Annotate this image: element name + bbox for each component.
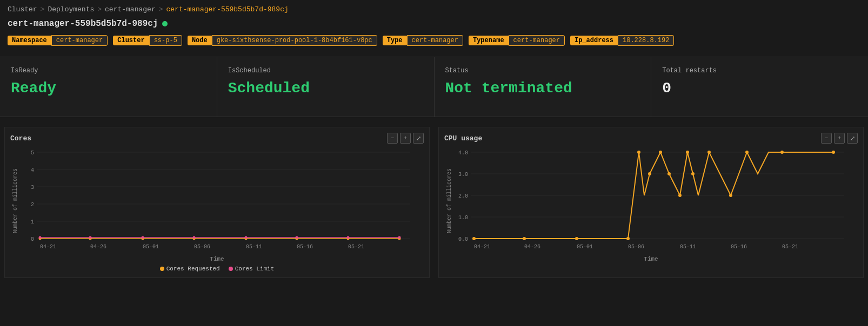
svg-point-66 xyxy=(745,151,749,154)
tag-value-typename[interactable]: cert-manager xyxy=(509,35,565,46)
chart-cpu-zoom-in[interactable]: + xyxy=(834,133,845,144)
svg-point-61 xyxy=(678,194,682,197)
tag-value-ipaddress[interactable]: 10.228.8.192 xyxy=(618,35,674,46)
svg-text:0: 0 xyxy=(31,236,34,242)
legend-label-cores-limit: Cores Limit xyxy=(235,266,275,272)
breadcrumb-cert-manager[interactable]: cert-manager xyxy=(105,5,156,13)
breadcrumb-sep-1: > xyxy=(41,5,45,13)
card-status: Status Not terminated xyxy=(435,57,652,117)
chart-cores-header: Cores − + ⤢ xyxy=(10,133,424,144)
tag-value-namespace[interactable]: cert-manager xyxy=(51,35,108,46)
svg-text:05-16: 05-16 xyxy=(297,244,313,250)
svg-text:05-21: 05-21 xyxy=(782,244,798,250)
chart-cpu-controls: − + ⤢ xyxy=(821,133,858,144)
legend-label-cores-requested: Cores Requested xyxy=(166,266,220,272)
chart-cores-fullscreen[interactable]: ⤢ xyxy=(413,133,424,144)
chart-cpu-zoom-out[interactable]: − xyxy=(821,133,832,144)
tag-type: Type cert-manager xyxy=(383,35,463,46)
card-value-isscheduled: Scheduled xyxy=(228,80,423,97)
svg-text:5: 5 xyxy=(31,150,34,156)
card-label-status: Status xyxy=(445,67,640,74)
tag-typename: Typename cert-manager xyxy=(469,35,565,46)
svg-point-65 xyxy=(729,194,732,197)
svg-point-62 xyxy=(686,151,689,154)
tag-label-ipaddress: Ip_address xyxy=(570,36,618,45)
chart-cores-svg-wrapper: 5 4 3 2 1 0 04-21 04-26 05-01 05-06 05-1… xyxy=(10,147,424,255)
chart-cores-legend: Cores Requested Cores Limit xyxy=(10,266,424,272)
breadcrumb-sep-2: > xyxy=(97,5,102,13)
card-isscheduled: IsScheduled Scheduled xyxy=(217,57,435,117)
svg-text:05-16: 05-16 xyxy=(731,244,747,250)
svg-point-68 xyxy=(832,151,835,154)
breadcrumb-cluster[interactable]: Cluster xyxy=(8,5,37,13)
tag-label-typename: Typename xyxy=(469,36,509,45)
tags-row: Namespace cert-manager Cluster ss-p-5 No… xyxy=(0,33,868,52)
svg-text:0.0: 0.0 xyxy=(458,236,468,242)
chart-cores-zoom-in[interactable]: + xyxy=(400,133,411,144)
svg-text:04-26: 04-26 xyxy=(90,244,106,250)
svg-point-63 xyxy=(691,172,695,175)
svg-text:3: 3 xyxy=(31,185,34,191)
breadcrumb-deployments[interactable]: Deployments xyxy=(48,5,94,13)
svg-point-33 xyxy=(347,236,350,239)
svg-text:05-21: 05-21 xyxy=(348,244,364,250)
tag-ipaddress: Ip_address 10.228.8.192 xyxy=(570,35,674,46)
svg-point-27 xyxy=(39,236,42,239)
card-restarts: Total restarts 0 xyxy=(651,57,868,117)
chart-cpu-fullscreen[interactable]: ⤢ xyxy=(847,133,858,144)
status-cards-row: IsReady Ready IsScheduled Scheduled Stat… xyxy=(0,57,868,117)
card-isready: IsReady Ready xyxy=(0,57,217,117)
breadcrumb: Cluster > Deployments > cert-manager > c… xyxy=(0,0,868,17)
svg-text:04-21: 04-21 xyxy=(40,244,56,250)
svg-point-57 xyxy=(637,151,640,154)
svg-point-58 xyxy=(648,172,651,175)
svg-text:05-01: 05-01 xyxy=(143,244,159,250)
chart-cores-title: Cores xyxy=(10,134,31,142)
svg-point-54 xyxy=(523,237,526,240)
chart-cores-zoom-out[interactable]: − xyxy=(387,133,398,144)
card-label-restarts: Total restarts xyxy=(662,67,857,74)
svg-point-30 xyxy=(193,236,196,239)
svg-text:05-11: 05-11 xyxy=(680,244,696,250)
tag-value-type[interactable]: cert-manager xyxy=(407,35,463,46)
svg-point-56 xyxy=(626,237,630,240)
breadcrumb-sep-3: > xyxy=(159,5,163,13)
svg-text:04-21: 04-21 xyxy=(474,244,490,250)
svg-text:05-11: 05-11 xyxy=(246,244,262,250)
chart-cpu-title: CPU usage xyxy=(444,134,482,142)
tag-cluster: Cluster ss-p-5 xyxy=(113,35,182,46)
chart-cores-svg: 5 4 3 2 1 0 04-21 04-26 05-01 05-06 05-1… xyxy=(10,147,416,255)
legend-cores-requested: Cores Requested xyxy=(160,266,220,272)
svg-text:05-06: 05-06 xyxy=(628,244,644,250)
breadcrumb-active: cert-manager-559b5d5b7d-989cj xyxy=(166,5,289,13)
chart-cpu: CPU usage − + ⤢ 4.0 3.0 2.0 1.0 0.0 xyxy=(438,127,864,278)
charts-row: Cores − + ⤢ 5 4 3 2 1 0 xyxy=(0,121,868,278)
tag-value-node[interactable]: gke-sixthsense-prod-pool-1-8b4bf161-v8pc xyxy=(212,35,377,46)
card-label-isready: IsReady xyxy=(11,67,206,74)
chart-cpu-svg-wrapper: 4.0 3.0 2.0 1.0 0.0 04-21 04-26 05-01 05… xyxy=(444,147,858,255)
card-value-isready: Ready xyxy=(11,80,206,97)
svg-point-60 xyxy=(667,172,671,175)
tag-node: Node gke-sixthsense-prod-pool-1-8b4bf161… xyxy=(188,35,377,46)
svg-point-53 xyxy=(472,237,476,240)
svg-point-34 xyxy=(398,236,401,239)
chart-cpu-header: CPU usage − + ⤢ xyxy=(444,133,858,144)
page-title: cert-manager-559b5d5b7d-989cj xyxy=(8,19,158,29)
status-indicator-dot xyxy=(162,21,168,26)
svg-text:4.0: 4.0 xyxy=(458,150,468,156)
svg-text:04-26: 04-26 xyxy=(524,244,540,250)
svg-point-31 xyxy=(245,236,248,239)
tag-namespace: Namespace cert-manager xyxy=(8,35,108,46)
svg-text:05-01: 05-01 xyxy=(577,244,593,250)
chart-cores-xlabel: Time xyxy=(10,256,424,262)
svg-point-64 xyxy=(707,151,711,154)
svg-point-67 xyxy=(780,151,784,154)
chart-cores: Cores − + ⤢ 5 4 3 2 1 0 xyxy=(4,127,430,278)
svg-text:1.0: 1.0 xyxy=(458,215,468,221)
svg-point-55 xyxy=(575,237,578,240)
svg-text:2: 2 xyxy=(31,202,34,208)
legend-dot-cores-requested xyxy=(160,267,164,271)
chart-cpu-xlabel: Time xyxy=(444,256,858,262)
tag-value-cluster[interactable]: ss-p-5 xyxy=(149,35,182,46)
svg-text:3.0: 3.0 xyxy=(458,172,468,178)
